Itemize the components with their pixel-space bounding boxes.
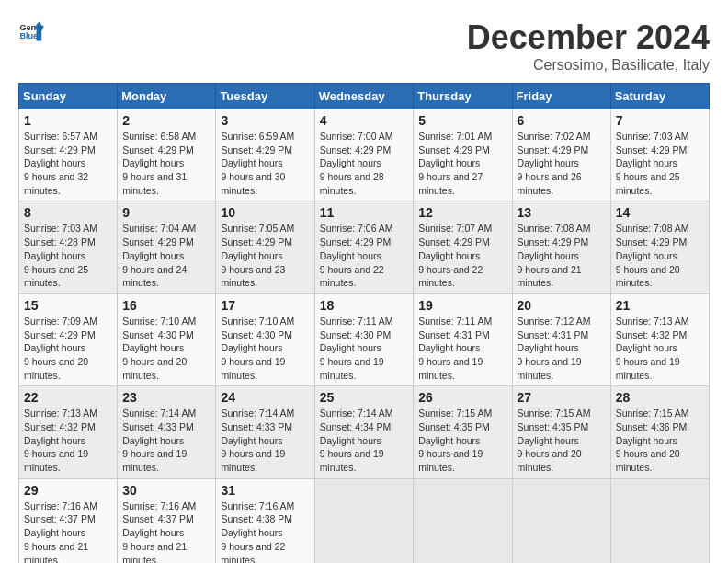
- calendar-cell: 18 Sunrise: 7:11 AM Sunset: 4:30 PM Dayl…: [314, 293, 414, 385]
- day-number: 22: [24, 390, 112, 405]
- day-number: 16: [122, 298, 210, 313]
- day-number: 23: [122, 390, 210, 405]
- calendar-cell: 27 Sunrise: 7:15 AM Sunset: 4:35 PM Dayl…: [512, 386, 610, 478]
- day-number: 31: [221, 483, 309, 498]
- col-header-friday: Friday: [512, 84, 610, 109]
- day-number: 26: [418, 390, 506, 405]
- calendar-cell: 11 Sunrise: 7:06 AM Sunset: 4:29 PM Dayl…: [314, 201, 414, 293]
- calendar-cell: 23 Sunrise: 7:14 AM Sunset: 4:33 PM Dayl…: [118, 386, 216, 478]
- day-info: Sunrise: 7:15 AM Sunset: 4:36 PM Dayligh…: [616, 407, 704, 474]
- calendar-cell: 6 Sunrise: 7:02 AM Sunset: 4:29 PM Dayli…: [512, 109, 610, 201]
- day-info: Sunrise: 7:05 AM Sunset: 4:29 PM Dayligh…: [221, 222, 309, 289]
- calendar-cell: 17 Sunrise: 7:10 AM Sunset: 4:30 PM Dayl…: [216, 293, 314, 385]
- day-info: Sunrise: 7:11 AM Sunset: 4:30 PM Dayligh…: [320, 315, 409, 382]
- day-info: Sunrise: 7:10 AM Sunset: 4:30 PM Dayligh…: [221, 315, 309, 382]
- col-header-wednesday: Wednesday: [314, 84, 414, 109]
- day-number: 21: [616, 298, 704, 313]
- calendar-cell: [610, 478, 709, 563]
- day-number: 5: [418, 113, 506, 128]
- day-number: 25: [320, 390, 409, 405]
- day-number: 18: [320, 298, 409, 313]
- day-info: Sunrise: 7:04 AM Sunset: 4:29 PM Dayligh…: [122, 222, 210, 289]
- calendar-cell: 13 Sunrise: 7:08 AM Sunset: 4:29 PM Dayl…: [512, 201, 610, 293]
- logo-icon: General Blue: [18, 18, 44, 44]
- col-header-sunday: Sunday: [19, 84, 118, 109]
- calendar-header-row: SundayMondayTuesdayWednesdayThursdayFrid…: [19, 84, 710, 109]
- day-info: Sunrise: 7:10 AM Sunset: 4:30 PM Dayligh…: [122, 315, 210, 382]
- day-info: Sunrise: 7:01 AM Sunset: 4:29 PM Dayligh…: [418, 130, 506, 197]
- day-info: Sunrise: 7:14 AM Sunset: 4:33 PM Dayligh…: [221, 407, 309, 474]
- day-info: Sunrise: 7:16 AM Sunset: 4:37 PM Dayligh…: [24, 500, 112, 563]
- calendar-cell: 3 Sunrise: 6:59 AM Sunset: 4:29 PM Dayli…: [216, 109, 314, 201]
- calendar-table: SundayMondayTuesdayWednesdayThursdayFrid…: [18, 83, 710, 563]
- calendar-cell: 14 Sunrise: 7:08 AM Sunset: 4:29 PM Dayl…: [610, 201, 709, 293]
- col-header-tuesday: Tuesday: [216, 84, 314, 109]
- day-number: 10: [221, 205, 309, 220]
- day-info: Sunrise: 7:14 AM Sunset: 4:34 PM Dayligh…: [320, 407, 409, 474]
- day-number: 3: [221, 113, 309, 128]
- day-info: Sunrise: 7:09 AM Sunset: 4:29 PM Dayligh…: [24, 315, 112, 382]
- day-number: 29: [24, 483, 112, 498]
- calendar-cell: 5 Sunrise: 7:01 AM Sunset: 4:29 PM Dayli…: [414, 109, 512, 201]
- day-number: 20: [518, 298, 606, 313]
- day-info: Sunrise: 7:07 AM Sunset: 4:29 PM Dayligh…: [418, 222, 506, 289]
- calendar-cell: 15 Sunrise: 7:09 AM Sunset: 4:29 PM Dayl…: [19, 293, 118, 385]
- day-info: Sunrise: 7:06 AM Sunset: 4:29 PM Dayligh…: [320, 222, 409, 289]
- calendar-week-row: 15 Sunrise: 7:09 AM Sunset: 4:29 PM Dayl…: [19, 293, 710, 385]
- calendar-cell: 12 Sunrise: 7:07 AM Sunset: 4:29 PM Dayl…: [414, 201, 512, 293]
- day-number: 13: [518, 205, 606, 220]
- calendar-cell: 4 Sunrise: 7:00 AM Sunset: 4:29 PM Dayli…: [314, 109, 414, 201]
- calendar-cell: 7 Sunrise: 7:03 AM Sunset: 4:29 PM Dayli…: [610, 109, 709, 201]
- calendar-cell: 26 Sunrise: 7:15 AM Sunset: 4:35 PM Dayl…: [414, 386, 512, 478]
- calendar-cell: 8 Sunrise: 7:03 AM Sunset: 4:28 PM Dayli…: [19, 201, 118, 293]
- day-number: 6: [518, 113, 606, 128]
- calendar-week-row: 1 Sunrise: 6:57 AM Sunset: 4:29 PM Dayli…: [19, 109, 710, 201]
- col-header-thursday: Thursday: [414, 84, 512, 109]
- day-info: Sunrise: 7:03 AM Sunset: 4:28 PM Dayligh…: [24, 222, 112, 289]
- day-info: Sunrise: 7:08 AM Sunset: 4:29 PM Dayligh…: [518, 222, 606, 289]
- day-info: Sunrise: 7:11 AM Sunset: 4:31 PM Dayligh…: [418, 315, 506, 382]
- day-number: 1: [24, 113, 112, 128]
- day-info: Sunrise: 7:14 AM Sunset: 4:33 PM Dayligh…: [122, 407, 210, 474]
- svg-text:Blue: Blue: [19, 31, 38, 40]
- calendar-cell: 22 Sunrise: 7:13 AM Sunset: 4:32 PM Dayl…: [19, 386, 118, 478]
- calendar-cell: 2 Sunrise: 6:58 AM Sunset: 4:29 PM Dayli…: [118, 109, 216, 201]
- logo: General Blue: [18, 18, 44, 44]
- calendar-cell: [512, 478, 610, 563]
- day-info: Sunrise: 7:13 AM Sunset: 4:32 PM Dayligh…: [616, 315, 704, 382]
- col-header-monday: Monday: [118, 84, 216, 109]
- calendar-week-row: 29 Sunrise: 7:16 AM Sunset: 4:37 PM Dayl…: [19, 478, 710, 563]
- calendar-week-row: 8 Sunrise: 7:03 AM Sunset: 4:28 PM Dayli…: [19, 201, 710, 293]
- day-number: 11: [320, 205, 409, 220]
- day-info: Sunrise: 7:08 AM Sunset: 4:29 PM Dayligh…: [616, 222, 704, 289]
- calendar-cell: 30 Sunrise: 7:16 AM Sunset: 4:37 PM Dayl…: [118, 478, 216, 563]
- calendar-cell: 28 Sunrise: 7:15 AM Sunset: 4:36 PM Dayl…: [610, 386, 709, 478]
- calendar-cell: [414, 478, 512, 563]
- day-number: 14: [616, 205, 704, 220]
- day-info: Sunrise: 7:16 AM Sunset: 4:37 PM Dayligh…: [122, 500, 210, 563]
- day-number: 7: [616, 113, 704, 128]
- day-info: Sunrise: 7:15 AM Sunset: 4:35 PM Dayligh…: [518, 407, 606, 474]
- day-number: 28: [616, 390, 704, 405]
- calendar-cell: 19 Sunrise: 7:11 AM Sunset: 4:31 PM Dayl…: [414, 293, 512, 385]
- calendar-cell: 29 Sunrise: 7:16 AM Sunset: 4:37 PM Dayl…: [19, 478, 118, 563]
- header: General Blue December 2024 Cersosimo, Ba…: [18, 18, 710, 74]
- day-number: 24: [221, 390, 309, 405]
- day-info: Sunrise: 7:12 AM Sunset: 4:31 PM Dayligh…: [518, 315, 606, 382]
- title-area: December 2024 Cersosimo, Basilicate, Ita…: [467, 18, 710, 74]
- col-header-saturday: Saturday: [610, 84, 709, 109]
- day-info: Sunrise: 6:57 AM Sunset: 4:29 PM Dayligh…: [24, 130, 112, 197]
- calendar-week-row: 22 Sunrise: 7:13 AM Sunset: 4:32 PM Dayl…: [19, 386, 710, 478]
- calendar-cell: 1 Sunrise: 6:57 AM Sunset: 4:29 PM Dayli…: [19, 109, 118, 201]
- day-info: Sunrise: 7:16 AM Sunset: 4:38 PM Dayligh…: [221, 500, 309, 563]
- calendar-cell: 10 Sunrise: 7:05 AM Sunset: 4:29 PM Dayl…: [216, 201, 314, 293]
- day-number: 15: [24, 298, 112, 313]
- day-info: Sunrise: 7:03 AM Sunset: 4:29 PM Dayligh…: [616, 130, 704, 197]
- calendar-cell: 21 Sunrise: 7:13 AM Sunset: 4:32 PM Dayl…: [610, 293, 709, 385]
- day-info: Sunrise: 7:00 AM Sunset: 4:29 PM Dayligh…: [320, 130, 409, 197]
- calendar-cell: 16 Sunrise: 7:10 AM Sunset: 4:30 PM Dayl…: [118, 293, 216, 385]
- day-number: 30: [122, 483, 210, 498]
- day-number: 12: [418, 205, 506, 220]
- calendar-cell: 31 Sunrise: 7:16 AM Sunset: 4:38 PM Dayl…: [216, 478, 314, 563]
- location-title: Cersosimo, Basilicate, Italy: [467, 57, 710, 74]
